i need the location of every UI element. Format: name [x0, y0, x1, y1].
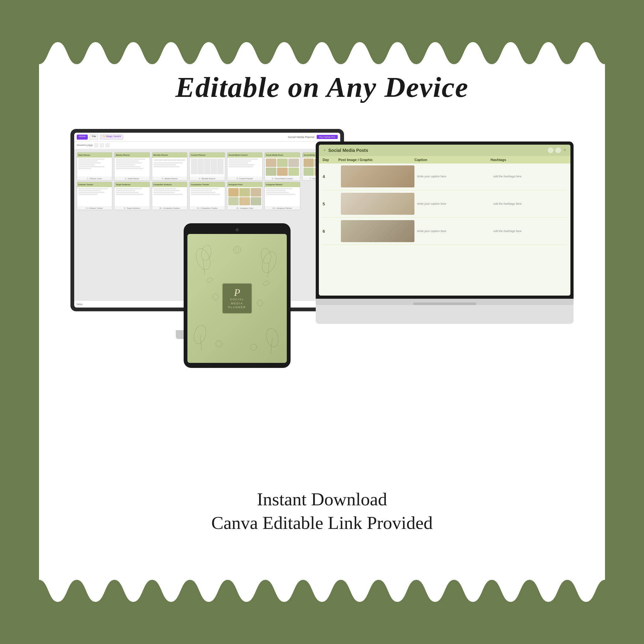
bottom-text-area: Instant Download Canva Editable Link Pro…: [211, 487, 433, 535]
page-title-5: Social Media Content: [229, 154, 248, 156]
page-lines-2: [114, 158, 149, 177]
page-title-8: Follower Tracker: [78, 184, 93, 186]
page-thumb-5[interactable]: Social Media Content: [227, 152, 263, 180]
page-thumb-1[interactable]: Daily Planner: [77, 152, 112, 180]
page-label-12: 12 - Instagram Feed: [227, 206, 262, 210]
row-1-caption: Write your caption here: [417, 175, 491, 178]
home-btn[interactable]: Home: [77, 135, 88, 140]
page-label-1: 1 - Planner Cover: [77, 177, 112, 180]
row-2-caption: Write your caption here: [417, 202, 491, 205]
laptop-screen-title: Social Media Posts: [328, 148, 368, 153]
subtoolbar-label: Deselect page: [77, 144, 93, 147]
svg-line-7: [200, 335, 202, 350]
page-thumb-9[interactable]: Target Audience 9 - Target Audience: [114, 182, 150, 210]
col-header-image: Post Image / Graphic: [338, 158, 414, 162]
page-title-3: Monthly Planner: [153, 154, 168, 156]
row-2-image: [341, 193, 414, 215]
page-label-6: 6 - Social Media Content: [265, 177, 300, 180]
pages-row-1: Daily Planner: [77, 152, 338, 180]
laptop-header-icon-1: [548, 147, 553, 153]
page-thumb-4[interactable]: Content Planner: [189, 152, 225, 180]
row-3-caption: Write your caption here: [417, 230, 491, 233]
svg-point-1: [200, 244, 212, 261]
page-thumb-8[interactable]: Follower Tracker 8 - Follower Tracker: [77, 182, 112, 210]
laptop-table-body: 4 Write your caption here Add the hashta…: [319, 164, 570, 296]
page-thumb-10[interactable]: Competitor Analysis 10 - Competitor Anal…: [152, 182, 187, 210]
page-title-1: Daily Planner: [78, 154, 90, 156]
canva-toolbar: Home File ✨ Magic Switch Social Media Pl…: [74, 133, 340, 142]
planner-subtitle-line2: MEDIA: [228, 302, 246, 306]
content-area: Editable on Any Device Home File ✨ Magic…: [39, 39, 605, 605]
row-1-image: [341, 165, 414, 187]
laptop-star-icon-2: ✦: [563, 147, 567, 153]
scallop-top-border: [39, 39, 605, 64]
laptop-screen-header: ✦ Social Media Posts ✦: [319, 145, 570, 156]
magic-switch-btn[interactable]: ✨ Magic Switch: [100, 135, 123, 140]
footer-line-2: Canva Editable Link Provided: [211, 511, 433, 535]
page-lines-10: [152, 187, 187, 206]
page-title-11: Competition Tracker: [191, 184, 209, 186]
col-header-hashtag: Hashtags: [491, 158, 567, 162]
planner-label-box: P SOCIAL MEDIA PLANNER: [222, 283, 253, 314]
table-row-1: 4 Write your caption here Add the hashta…: [323, 165, 567, 190]
row-1-day: 4: [323, 174, 338, 179]
pages-row-2: Follower Tracker 8 - Follower Tracker: [77, 182, 338, 210]
scallop-bottom-border: [39, 580, 605, 605]
page-label-8: 8 - Follower Tracker: [77, 206, 112, 210]
tablet: P SOCIAL MEDIA PLANNER: [184, 223, 291, 368]
page-thumb-11[interactable]: Competition Tracker 11 - Competition Tra…: [189, 182, 225, 210]
planner-cover: P SOCIAL MEDIA PLANNER: [187, 234, 287, 363]
page-thumb-12[interactable]: Instagram Feed: [227, 182, 263, 210]
page-thumb-3[interactable]: Monthly Planner: [152, 152, 187, 180]
page-thumb-13[interactable]: Instagram Planner 04 - Instagram Planner: [264, 182, 300, 210]
main-title: Editable on Any Device: [175, 70, 469, 104]
page-thumb-2[interactable]: Weekly Planner: [114, 152, 150, 180]
page-lines-3: [152, 158, 187, 177]
svg-line-5: [268, 262, 269, 278]
canva-doc-title: Social Media Planner: [288, 136, 315, 139]
page-label-11: 11 - Competition Tracker: [190, 206, 225, 210]
laptop-screen-body: ✦ Social Media Posts ✦ Day Post Image /: [316, 142, 574, 299]
row-3-day: 6: [323, 229, 338, 234]
laptop-table-header: Day Post Image / Graphic Caption Hashtag…: [319, 156, 570, 164]
page-label-4: 4 - Monthly Planner: [190, 177, 225, 180]
page-title-2: Weekly Planner: [116, 154, 130, 156]
page-thumb-6[interactable]: Social Media Posts: [264, 152, 300, 180]
try-pro-btn[interactable]: Try Canva Pro: [317, 135, 338, 139]
tablet-body: P SOCIAL MEDIA PLANNER: [184, 223, 291, 368]
main-card: Editable on Any Device Home File ✨ Magic…: [39, 39, 605, 605]
page-lines-5: [227, 158, 262, 177]
page-label-13: 04 - Instagram Planner: [265, 206, 300, 210]
page-title-12: Instagram Feed: [229, 184, 242, 186]
row-3-image: [341, 220, 414, 242]
sub-icon-2[interactable]: [100, 143, 104, 147]
col-header-day: Day: [323, 158, 338, 162]
col-header-caption: Caption: [414, 158, 491, 162]
planner-subtitle-line1: SOCIAL: [228, 297, 246, 302]
page-lines-9: [114, 187, 149, 206]
page-title-4: Content Planner: [191, 154, 205, 156]
page-label-2: 2 - Daily Planner: [114, 177, 149, 180]
page-lines-13: [265, 187, 300, 206]
row-2-day: 5: [323, 202, 338, 206]
laptop-keyboard: [316, 305, 574, 324]
canva-subtoolbar: Deselect page: [74, 142, 340, 149]
sub-icon-3[interactable]: [105, 143, 110, 147]
sub-icon-1[interactable]: [94, 143, 98, 147]
page-lines-4: [190, 158, 225, 177]
page-title-6: Social Media Posts: [266, 154, 283, 156]
page-title-13: Instagram Planner: [266, 184, 282, 186]
page-label-10: 10 - Competitor Analysis: [152, 206, 187, 210]
file-btn[interactable]: File: [90, 135, 98, 140]
page-lines-8: [77, 187, 112, 206]
row-1-hashtag: Add the hashtags here: [493, 175, 567, 178]
table-row-2: 5 Write your caption here Add the hashta…: [323, 193, 567, 218]
page-label-9: 9 - Target Audience: [114, 206, 149, 210]
svg-line-2: [203, 259, 205, 275]
planner-p-letter: P: [228, 287, 246, 297]
laptop-header-icon-2: [555, 147, 561, 153]
tablet-camera: [236, 228, 239, 231]
page-lines-11: [190, 187, 225, 206]
page-label-5: 5 - Content Planner: [227, 177, 262, 180]
page-label-3: 3 - Weekly Planner: [152, 177, 187, 180]
